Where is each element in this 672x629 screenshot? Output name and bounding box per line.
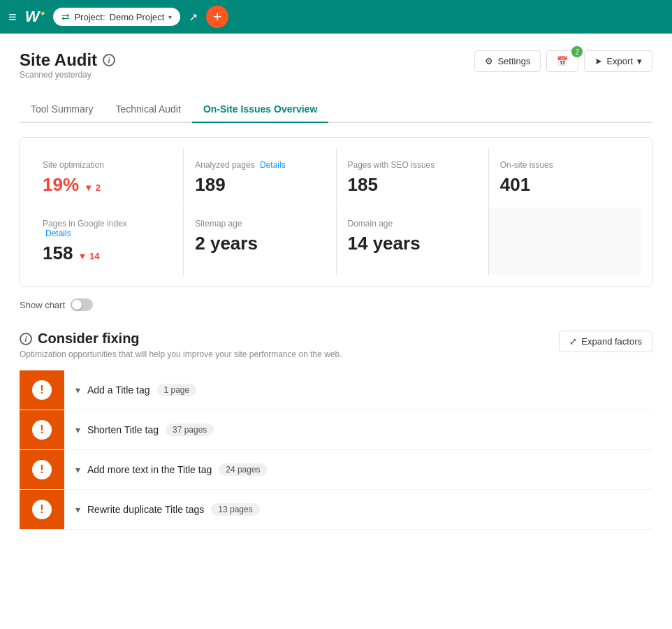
issue-row: ! ▾ Add a Title tag 1 page <box>20 370 652 410</box>
issue-icon-bar: ! <box>20 410 64 449</box>
issue-badge: 24 pages <box>219 463 267 476</box>
project-selector[interactable]: ⇄ Project: Demo Project ▾ <box>53 8 180 26</box>
issue-icon-bar: ! <box>20 490 64 529</box>
issue-content: ▾ Add more text in the Title tag 24 page… <box>64 454 652 486</box>
project-icon: ⇄ <box>61 11 70 22</box>
stat-value-optimization: 19% ▼ 2 <box>43 174 172 196</box>
issue-row: ! ▾ Add more text in the Title tag 24 pa… <box>20 450 652 490</box>
expand-icon: ⤢ <box>569 336 577 347</box>
chevron-down-icon: ▾ <box>637 56 642 66</box>
export-button[interactable]: ➤ Export ▾ <box>584 50 652 72</box>
menu-icon[interactable]: ≡ <box>8 9 17 25</box>
consider-subtitle: Optimization opportunities that will hel… <box>20 349 342 359</box>
external-link-button[interactable]: ↗ <box>189 10 198 24</box>
scanned-text: Scanned yesterday <box>20 70 115 80</box>
tab-on-site-issues[interactable]: On-Site Issues Overview <box>192 96 328 123</box>
stats-container: Site optimization 19% ▼ 2 Analyzed pages… <box>20 137 652 287</box>
main-content: Site Audit i Scanned yesterday ⚙ Setting… <box>0 34 672 629</box>
toggle-knob <box>72 300 82 310</box>
stat-value-analyzed: 189 <box>195 174 324 196</box>
expand-label: Expand factors <box>581 336 642 347</box>
issue-icon-bar: ! <box>20 450 64 489</box>
export-label: Export <box>606 56 633 66</box>
issue-title: Add a Title tag <box>87 384 150 396</box>
google-index-details-link[interactable]: Details <box>45 229 172 238</box>
page-title: Site Audit <box>20 50 97 70</box>
issue-title: Add more text in the Title tag <box>87 464 212 475</box>
settings-label: Settings <box>497 56 530 66</box>
project-label: Project: <box>74 12 105 22</box>
issue-chevron-icon[interactable]: ▾ <box>75 504 80 515</box>
stat-empty <box>489 208 641 275</box>
tab-tool-summary[interactable]: Tool Summary <box>20 96 104 123</box>
stat-onsite-issues: On-site issues 401 <box>489 149 641 207</box>
calendar-wrapper: 📅 2 <box>546 50 578 72</box>
settings-button[interactable]: ⚙ Settings <box>474 50 541 72</box>
stat-label-sitemap: Sitemap age <box>195 219 324 229</box>
stat-change-optimization: ▼ 2 <box>84 182 101 193</box>
chevron-down-icon: ▾ <box>168 13 172 21</box>
stat-site-optimization: Site optimization 19% ▼ 2 <box>31 149 183 207</box>
calendar-icon: 📅 <box>557 56 568 66</box>
export-icon: ➤ <box>594 56 602 66</box>
stat-analyzed-pages: Analyzed pages Details 189 <box>184 149 335 207</box>
show-chart-row: Show chart <box>20 298 652 311</box>
stat-value-sitemap: 2 years <box>195 233 324 254</box>
issue-warning-icon: ! <box>32 500 52 519</box>
issue-warning-icon: ! <box>32 460 52 479</box>
stat-label-onsite: On-site issues <box>500 160 629 170</box>
project-name: Demo Project <box>110 12 165 22</box>
header-actions: ⚙ Settings 📅 2 ➤ Export ▾ <box>474 50 652 72</box>
analyzed-details-link[interactable]: Details <box>260 160 286 170</box>
calendar-badge: 2 <box>571 46 583 57</box>
consider-fixing-header: i Consider fixing Optimization opportuni… <box>20 331 652 359</box>
issue-title: Shorten Title tag <box>87 424 159 435</box>
show-chart-label: Show chart <box>20 300 65 310</box>
info-icon: i <box>20 333 32 345</box>
stat-value-seo-issues: 185 <box>348 174 477 196</box>
issue-content: ▾ Shorten Title tag 37 pages <box>64 414 652 446</box>
issue-warning-icon: ! <box>32 420 52 440</box>
issue-content: ▾ Add a Title tag 1 page <box>64 374 652 406</box>
stat-google-index: Pages in Google index Details 158 ▼ 14 <box>31 208 183 275</box>
stat-value-domain: 14 years <box>348 233 477 254</box>
stat-value-onsite: 401 <box>500 174 629 196</box>
issue-badge: 37 pages <box>166 424 214 436</box>
expand-factors-button[interactable]: ⤢ Expand factors <box>559 331 652 352</box>
issue-chevron-icon[interactable]: ▾ <box>75 424 80 435</box>
add-button[interactable]: + <box>206 6 228 28</box>
issue-chevron-icon[interactable]: ▾ <box>75 464 80 475</box>
page-title-row: Site Audit i <box>20 50 115 70</box>
stats-grid-row1: Site optimization 19% ▼ 2 Analyzed pages… <box>31 149 641 207</box>
stat-label-seo-issues: Pages with SEO issues <box>348 160 477 170</box>
stat-value-google-index: 158 ▼ 14 <box>43 243 172 264</box>
top-navigation: ≡ W✦ ⇄ Project: Demo Project ▾ ↗ + <box>0 0 672 34</box>
stat-change-google-index: ▼ 14 <box>78 251 100 261</box>
stat-label-domain: Domain age <box>348 219 477 229</box>
tab-technical-audit[interactable]: Technical Audit <box>104 96 191 123</box>
stat-label-analyzed: Analyzed pages Details <box>195 160 324 170</box>
issue-icon-bar: ! <box>20 370 64 410</box>
stat-label-google-index: Pages in Google index Details <box>43 219 172 238</box>
consider-title: i Consider fixing <box>20 331 342 347</box>
issue-badge: 1 page <box>157 384 197 396</box>
help-icon[interactable]: i <box>103 54 115 66</box>
stat-label-optimization: Site optimization <box>43 160 172 170</box>
logo: W✦ <box>25 8 45 26</box>
consider-fixing-section: i Consider fixing Optimization opportuni… <box>20 331 652 530</box>
show-chart-toggle[interactable] <box>71 298 93 311</box>
issue-row: ! ▾ Shorten Title tag 37 pages <box>20 410 652 450</box>
issue-warning-icon: ! <box>32 380 52 400</box>
stats-grid-row2: Pages in Google index Details 158 ▼ 14 S… <box>31 208 641 275</box>
issue-content: ▾ Rewrite duplicate Title tags 13 pages <box>64 493 652 526</box>
issue-badge: 13 pages <box>211 503 259 516</box>
stat-domain-age: Domain age 14 years <box>337 208 488 275</box>
stat-seo-issues: Pages with SEO issues 185 <box>337 149 488 207</box>
issue-chevron-icon[interactable]: ▾ <box>75 384 80 396</box>
issue-title: Rewrite duplicate Title tags <box>87 504 204 515</box>
issue-list: ! ▾ Add a Title tag 1 page ! ▾ Shorten T… <box>20 370 652 530</box>
gear-icon: ⚙ <box>485 56 493 66</box>
page-header: Site Audit i Scanned yesterday ⚙ Setting… <box>20 50 652 91</box>
issue-row: ! ▾ Rewrite duplicate Title tags 13 page… <box>20 490 652 530</box>
stat-sitemap-age: Sitemap age 2 years <box>184 208 335 275</box>
